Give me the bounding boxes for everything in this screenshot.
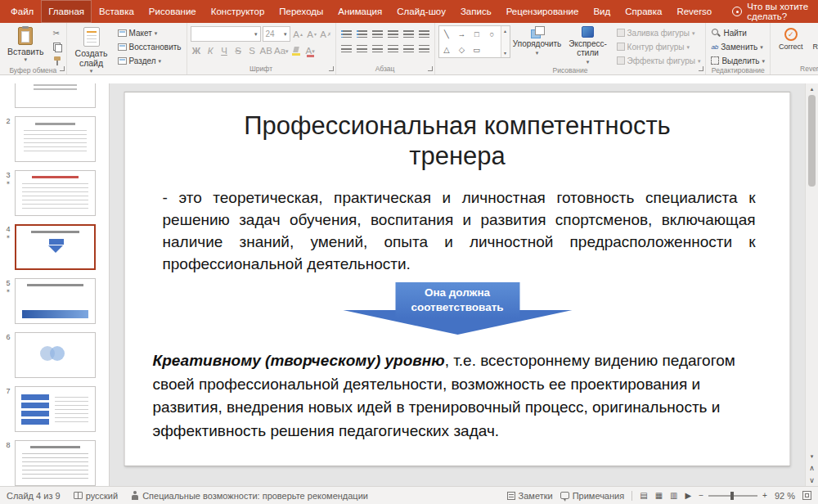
grow-font-button[interactable]: А▴ <box>292 28 304 41</box>
line-spacing-button[interactable] <box>402 28 416 39</box>
dialog-launcher-icon[interactable] <box>699 66 703 71</box>
scroll-down-button[interactable]: ▾ <box>806 451 818 461</box>
shape-rounded-rectangle-icon[interactable]: ▭ <box>473 46 480 54</box>
quick-styles-button[interactable]: Экспресс-стили ▾ <box>564 25 612 65</box>
fit-slide-to-window-icon[interactable] <box>802 491 811 500</box>
shape-oval-icon[interactable]: ○ <box>489 30 494 38</box>
align-left-button[interactable] <box>339 43 353 54</box>
tab-help[interactable]: Справка <box>618 0 669 23</box>
reverso-correct-button[interactable]: ✓ Correct <box>779 28 803 51</box>
reverso-rephraser-button[interactable]: ↻ Rephraser <box>813 28 818 51</box>
dialog-launcher-icon[interactable] <box>428 66 433 71</box>
align-right-button[interactable] <box>371 43 384 54</box>
slide-thumbnail-7[interactable] <box>15 386 96 432</box>
clear-formatting-button[interactable]: А✗ <box>320 28 332 41</box>
smartart-button[interactable] <box>417 43 431 54</box>
bold-button[interactable]: Ж <box>191 44 203 57</box>
highlight-button[interactable] <box>290 44 303 57</box>
cut-button[interactable]: ✂ <box>52 27 63 38</box>
tell-me-search[interactable]: Что вы хотите сделать? <box>732 0 818 23</box>
format-painter-button[interactable] <box>52 55 63 66</box>
tab-home[interactable]: Главная <box>41 0 92 23</box>
tab-file[interactable]: Файл <box>3 0 41 23</box>
tab-record[interactable]: Запись <box>453 0 499 23</box>
shape-arrow-icon[interactable]: → <box>458 30 466 38</box>
scroll-up-icon[interactable]: ▴ <box>504 28 506 34</box>
paste-button[interactable]: Вставить ▾ <box>3 25 48 62</box>
zoom-slider-thumb[interactable] <box>730 492 734 500</box>
reset-button[interactable]: Восстановить <box>116 41 183 52</box>
shape-fill-button[interactable]: Заливка фигуры▾ <box>615 27 703 38</box>
slide-thumbnail-panel[interactable]: 1 2 3✶ 4✶ 5✶ 6 <box>0 83 110 486</box>
strikethrough-button[interactable]: S <box>232 44 245 57</box>
slide-sorter-view-button[interactable]: ▦ <box>655 491 663 500</box>
slide-thumbnail-8[interactable] <box>15 440 96 486</box>
shape-effects-button[interactable]: Эффекты фигуры▾ <box>615 55 703 66</box>
increase-indent-button[interactable] <box>386 28 400 39</box>
notes-button[interactable]: Заметки <box>507 491 553 501</box>
shape-diamond-icon[interactable]: ◇ <box>459 46 465 54</box>
tab-review[interactable]: Рецензирование <box>499 0 587 23</box>
slide-indicator[interactable]: Слайд 4 из 9 <box>7 491 61 501</box>
justify-button[interactable] <box>386 43 400 54</box>
tab-reverso[interactable]: Reverso <box>669 0 719 23</box>
slide-editing-area[interactable]: Профессиональная компетентность тренера … <box>110 83 805 486</box>
shapes-gallery-scrollbar[interactable]: ▴ ▾ <box>501 26 510 57</box>
layout-button[interactable]: Макет▾ <box>116 27 183 38</box>
shape-outline-button[interactable]: Контур фигуры▾ <box>615 41 703 52</box>
down-arrow-callout-shape[interactable]: Она должна соответствовать <box>343 282 572 338</box>
slideshow-button[interactable]: ▶ <box>685 491 692 500</box>
accessibility-checker[interactable]: Специальные возможности: проверьте реком… <box>131 491 368 501</box>
tab-design[interactable]: Конструктор <box>204 0 272 23</box>
dialog-launcher-icon[interactable] <box>329 66 334 71</box>
shape-line-icon[interactable]: ╲ <box>444 30 449 38</box>
italic-button[interactable]: К <box>204 44 217 57</box>
reading-view-button[interactable]: ▥ <box>670 491 677 500</box>
tab-draw[interactable]: Рисование <box>142 0 204 23</box>
shape-rectangle-icon[interactable]: □ <box>474 30 479 38</box>
align-center-button[interactable] <box>355 43 369 54</box>
normal-view-button[interactable]: ▤ <box>640 491 647 500</box>
tab-insert[interactable]: Вставка <box>92 0 142 23</box>
decrease-indent-button[interactable] <box>371 28 384 39</box>
tab-animations[interactable]: Анимация <box>330 0 389 23</box>
slide-title[interactable]: Профессиональная компетентность тренера <box>220 110 694 171</box>
font-color-button[interactable]: А▾ <box>304 44 317 57</box>
select-button[interactable]: Выделить▾ <box>709 55 766 66</box>
text-direction-button[interactable] <box>417 28 431 39</box>
zoom-slider[interactable] <box>708 495 757 497</box>
font-name-combo[interactable]: ▾ <box>191 26 261 42</box>
change-case-button[interactable]: Аа▾ <box>274 44 289 57</box>
shrink-font-button[interactable]: А▾ <box>306 28 318 41</box>
numbering-button[interactable] <box>355 28 369 39</box>
text-shadow-button[interactable]: S <box>246 44 258 57</box>
zoom-in-button[interactable]: + <box>762 491 767 500</box>
slide-thumbnail-1[interactable] <box>15 83 96 108</box>
columns-button[interactable] <box>402 43 416 54</box>
slide-thumbnail-5[interactable] <box>15 278 96 324</box>
slide-bottom-text[interactable]: Креативному (творческому) уровню, т.е. в… <box>153 349 756 443</box>
language-indicator[interactable]: русский <box>74 491 118 501</box>
tab-view[interactable]: Вид <box>586 0 618 23</box>
slide-thumbnail-2[interactable] <box>15 116 96 162</box>
find-button[interactable]: Найти <box>709 27 766 38</box>
previous-slide-button[interactable]: ∧ <box>806 461 818 474</box>
scrollbar-thumb[interactable] <box>808 95 816 187</box>
replace-button[interactable]: abЗаменить▾ <box>709 41 766 52</box>
arrange-button[interactable]: Упорядочить ▾ <box>514 25 561 56</box>
tab-transitions[interactable]: Переходы <box>272 0 330 23</box>
scroll-up-button[interactable]: ▴ <box>806 83 818 94</box>
vertical-scrollbar[interactable]: ▴ ▾ ∧ ∨ <box>805 83 818 486</box>
slide-thumbnail-4[interactable] <box>15 224 96 270</box>
shapes-gallery[interactable]: ╲ → □ ○ △ ◇ ▭ ▴ ▾ <box>438 25 510 58</box>
section-button[interactable]: Раздел▾ <box>116 55 183 66</box>
comments-button[interactable]: Примечания <box>560 491 625 501</box>
font-size-combo[interactable]: 24▾ <box>263 26 290 42</box>
slide-thumbnail-6[interactable] <box>15 332 96 378</box>
scroll-down-icon[interactable]: ▾ <box>504 50 506 56</box>
zoom-out-button[interactable]: − <box>699 491 703 500</box>
zoom-level[interactable]: 92 % <box>775 491 795 501</box>
bullets-button[interactable] <box>339 28 353 39</box>
underline-button[interactable]: Ч <box>218 44 231 57</box>
slide-thumbnail-3[interactable] <box>15 170 96 216</box>
